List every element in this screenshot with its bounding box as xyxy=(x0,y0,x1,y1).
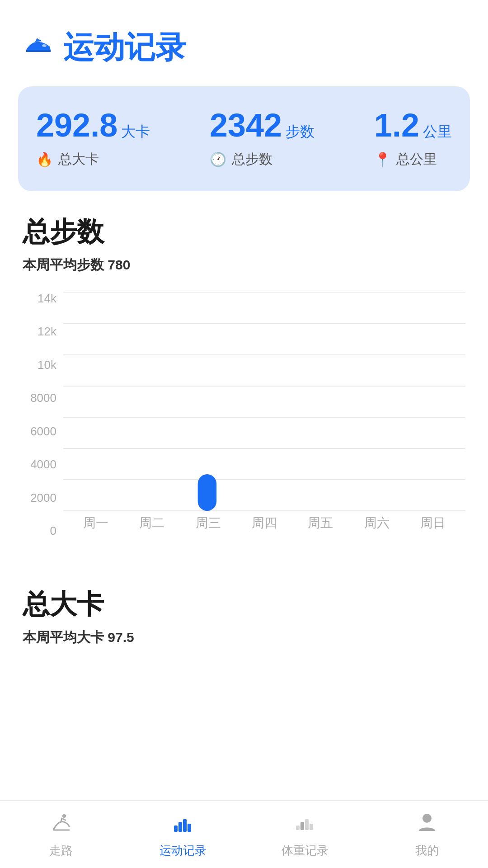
svg-rect-17 xyxy=(310,824,313,830)
y-label-6000: 6000 xyxy=(30,425,56,437)
nav-item-exercise[interactable]: 运动记录 xyxy=(122,810,244,859)
nav-item-weight[interactable]: 体重记录 xyxy=(244,810,366,859)
clock-icon: 🕐 xyxy=(210,151,226,167)
page: 运动记录 292.8 大卡 🔥 总大卡 2342 步数 🕐 总步数 xyxy=(0,0,488,868)
steps-section-title: 总步数 xyxy=(23,214,465,250)
walk-label: 走路 xyxy=(49,843,73,859)
steps-section: 总步数 本周平均步数 780 14k 12k 10k 8000 6000 400… xyxy=(0,214,488,564)
chart-x-axis: 周一 周二 周三 周四 周五 周六 周日 xyxy=(63,509,465,537)
x-label-fri: 周五 xyxy=(308,514,333,532)
fire-icon: 🔥 xyxy=(36,151,53,167)
svg-point-18 xyxy=(422,814,432,823)
calories-avg-subtitle: 本周平均大卡 97.5 xyxy=(23,628,465,647)
steps-unit: 步数 xyxy=(286,122,314,142)
stat-steps: 2342 步数 🕐 总步数 xyxy=(210,109,314,169)
calories-unit: 大卡 xyxy=(121,122,150,142)
calories-section: 总大卡 本周平均大卡 97.5 xyxy=(0,586,488,665)
chart-y-axis: 14k 12k 10k 8000 6000 4000 2000 0 xyxy=(23,292,61,537)
y-label-12k: 12k xyxy=(38,326,56,337)
stat-distance: 1.2 公里 📍 总公里 xyxy=(374,109,452,169)
x-label-wed: 周三 xyxy=(196,514,221,532)
y-label-10k: 10k xyxy=(38,359,56,371)
mine-label: 我的 xyxy=(415,843,439,859)
distance-label: 总公里 xyxy=(396,150,437,169)
exercise-label: 运动记录 xyxy=(160,843,206,859)
stats-card: 292.8 大卡 🔥 总大卡 2342 步数 🕐 总步数 1.2 公里 xyxy=(18,86,470,191)
exercise-icon xyxy=(171,810,195,839)
nav-item-walk[interactable]: 走路 xyxy=(0,810,122,859)
steps-avg-subtitle: 本周平均步数 780 xyxy=(23,256,465,274)
svg-rect-11 xyxy=(178,822,182,832)
stat-calories: 292.8 大卡 🔥 总大卡 xyxy=(36,109,150,169)
x-label-tue: 周二 xyxy=(139,514,164,532)
svg-rect-15 xyxy=(300,822,304,830)
distance-value: 1.2 xyxy=(374,109,419,142)
header: 运动记录 xyxy=(0,0,488,82)
svg-rect-13 xyxy=(188,824,191,832)
y-label-8000: 8000 xyxy=(30,392,56,404)
y-label-0: 0 xyxy=(50,525,56,537)
svg-rect-16 xyxy=(305,819,309,830)
distance-unit: 公里 xyxy=(423,122,452,142)
chart-svg xyxy=(63,292,465,537)
header-shoe-icon xyxy=(23,28,54,67)
weight-label: 体重记录 xyxy=(282,843,328,859)
x-label-mon: 周一 xyxy=(83,514,108,532)
x-label-sun: 周日 xyxy=(420,514,446,532)
steps-value: 2342 xyxy=(210,109,282,142)
bottom-nav: 走路 运动记录 体重记录 xyxy=(0,800,488,868)
calories-label: 总大卡 xyxy=(58,150,99,169)
svg-rect-10 xyxy=(174,826,178,832)
calories-value: 292.8 xyxy=(36,109,117,142)
weight-icon xyxy=(293,810,317,839)
steps-label: 总步数 xyxy=(232,150,272,169)
walk-icon xyxy=(49,810,73,839)
calories-section-title: 总大卡 xyxy=(23,586,465,623)
y-label-2000: 2000 xyxy=(30,492,56,504)
svg-rect-12 xyxy=(183,819,187,832)
chart-plot-area: 周一 周二 周三 周四 周五 周六 周日 xyxy=(63,292,465,537)
page-title: 运动记录 xyxy=(63,27,186,68)
svg-point-0 xyxy=(42,44,47,47)
location-icon: 📍 xyxy=(374,151,391,167)
y-label-14k: 14k xyxy=(38,292,56,304)
x-label-thu: 周四 xyxy=(252,514,277,532)
svg-point-9 xyxy=(62,814,66,818)
steps-chart: 14k 12k 10k 8000 6000 4000 2000 0 xyxy=(23,292,465,564)
mine-icon xyxy=(415,810,439,839)
x-label-sat: 周六 xyxy=(364,514,389,532)
bar-wednesday xyxy=(198,474,217,511)
y-label-4000: 4000 xyxy=(30,458,56,470)
svg-rect-14 xyxy=(296,826,300,830)
nav-item-mine[interactable]: 我的 xyxy=(366,810,488,859)
